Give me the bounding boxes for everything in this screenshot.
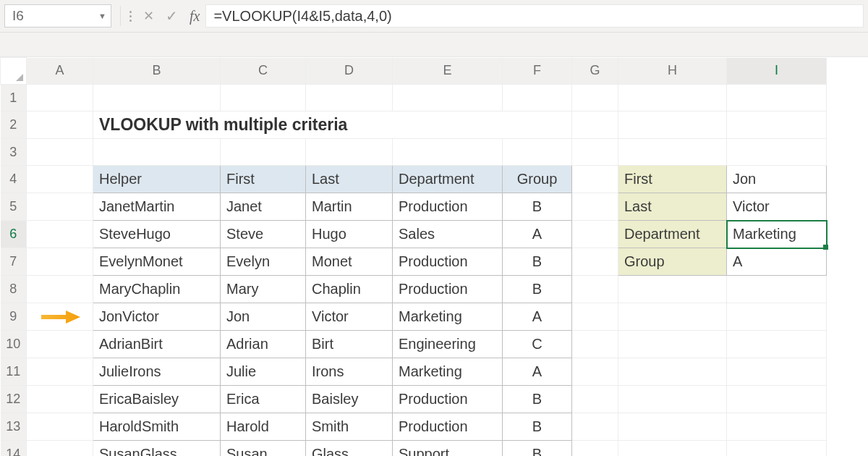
table-cell[interactable]: B [503,193,572,221]
table-cell[interactable]: Irons [306,358,393,386]
table-cell[interactable]: Production [393,193,503,221]
table-header-helper[interactable]: Helper [93,166,221,193]
col-header[interactable]: I [727,58,827,85]
table-cell[interactable]: Production [393,386,503,413]
col-header[interactable]: F [503,58,572,85]
row-header[interactable]: 12 [1,386,27,413]
table-cell[interactable]: Hugo [306,221,393,248]
table-cell[interactable]: AdrianBirt [93,331,221,358]
formula-input[interactable]: =VLOOKUP(I4&I5,data,4,0) [205,4,864,28]
table-cell[interactable]: Production [393,248,503,276]
table-cell[interactable]: Adrian [221,331,306,358]
lookup-label-first[interactable]: First [618,166,727,193]
col-header[interactable]: B [93,58,221,85]
table-header-first[interactable]: First [221,166,306,193]
table-cell[interactable]: JulieIrons [93,358,221,386]
table-cell[interactable]: Marketing [393,358,503,386]
table-cell[interactable]: Birt [306,331,393,358]
table-cell[interactable]: Marketing [393,303,503,331]
table-cell[interactable]: EricaBaisley [93,386,221,413]
table-cell[interactable]: Jon [221,303,306,331]
table-cell[interactable]: Janet [221,193,306,221]
row-header[interactable]: 13 [1,413,27,441]
table-cell[interactable]: Susan [221,441,306,457]
table-cell[interactable]: A [503,303,572,331]
lookup-value-group[interactable]: A [727,248,827,276]
table-cell[interactable]: Erica [221,386,306,413]
table-cell[interactable]: B [503,248,572,276]
table-cell[interactable]: Mary [221,276,306,303]
table-cell[interactable]: Harold [221,413,306,441]
row-header[interactable]: 9 [1,303,27,331]
row-header[interactable]: 5 [1,193,27,221]
table-cell[interactable]: Julie [221,358,306,386]
table-cell[interactable]: Martin [306,193,393,221]
row-header[interactable]: 10 [1,331,27,358]
separator [120,6,121,26]
row-header[interactable]: 11 [1,358,27,386]
table-header-last[interactable]: Last [306,166,393,193]
lookup-value-department[interactable]: Marketing [727,221,827,248]
col-header[interactable]: E [393,58,503,85]
enter-icon[interactable]: ✓ [166,7,178,25]
cancel-icon[interactable]: ✕ [143,8,154,24]
table-header-department[interactable]: Department [393,166,503,193]
table-cell[interactable]: Steve [221,221,306,248]
col-header[interactable]: G [572,58,618,85]
table-cell[interactable]: JonVictor [93,303,221,331]
dropdown-icon[interactable]: ▼ [98,12,106,20]
lookup-value-first[interactable]: Jon [727,166,827,193]
row-header[interactable]: 1 [1,85,27,111]
table-cell[interactable]: Support [393,441,503,457]
table-cell[interactable]: Glass [306,441,393,457]
col-header[interactable]: C [221,58,306,85]
table-cell[interactable]: Sales [393,221,503,248]
table-cell[interactable]: Smith [306,413,393,441]
table-cell[interactable]: B [503,276,572,303]
table-cell[interactable]: A [503,221,572,248]
name-box[interactable]: I6 ▼ [4,4,111,28]
table-cell[interactable]: EvelynMonet [93,248,221,276]
col-header[interactable]: H [618,58,727,85]
table-cell[interactable]: SteveHugo [93,221,221,248]
table-cell[interactable]: B [503,386,572,413]
row-header[interactable]: 3 [1,139,27,166]
col-header[interactable]: D [306,58,393,85]
row-header[interactable]: 4 [1,166,27,193]
table-cell[interactable]: Production [393,413,503,441]
more-icon[interactable] [129,11,132,22]
worksheet[interactable]: A B C D E F G H I 1 2 VLOOKUP with multi… [0,57,868,456]
select-all-corner[interactable] [1,58,27,85]
table-cell[interactable]: JanetMartin [93,193,221,221]
lookup-label-department[interactable]: Department [618,221,727,248]
row-header[interactable]: 6 [1,221,27,248]
table-cell[interactable]: A [503,358,572,386]
table-cell[interactable]: Victor [306,303,393,331]
lookup-label-group[interactable]: Group [618,248,727,276]
table-cell[interactable]: Production [393,276,503,303]
table-cell[interactable]: Evelyn [221,248,306,276]
row-header[interactable]: 2 [1,111,27,139]
grid: A B C D E F G H I 1 2 VLOOKUP with multi… [0,57,827,456]
table-cell[interactable]: B [503,413,572,441]
fx-icon[interactable]: fx [190,8,200,25]
lookup-value-last[interactable]: Victor [727,193,827,221]
table-cell[interactable]: Chaplin [306,276,393,303]
svg-marker-0 [41,311,80,324]
table-cell[interactable]: Baisley [306,386,393,413]
arrow-indicator [27,303,93,331]
table-cell[interactable]: Engineering [393,331,503,358]
formula-bar: I6 ▼ ✕ ✓ fx =VLOOKUP(I4&I5,data,4,0) [0,0,868,33]
row-header[interactable]: 8 [1,276,27,303]
lookup-label-last[interactable]: Last [618,193,727,221]
table-cell[interactable]: Monet [306,248,393,276]
table-cell[interactable]: MaryChaplin [93,276,221,303]
table-cell[interactable]: B [503,441,572,457]
row-header[interactable]: 14 [1,441,27,457]
table-cell[interactable]: HaroldSmith [93,413,221,441]
row-header[interactable]: 7 [1,248,27,276]
table-cell[interactable]: C [503,331,572,358]
table-header-group[interactable]: Group [503,166,572,193]
col-header[interactable]: A [27,58,93,85]
table-cell[interactable]: SusanGlass [93,441,221,457]
